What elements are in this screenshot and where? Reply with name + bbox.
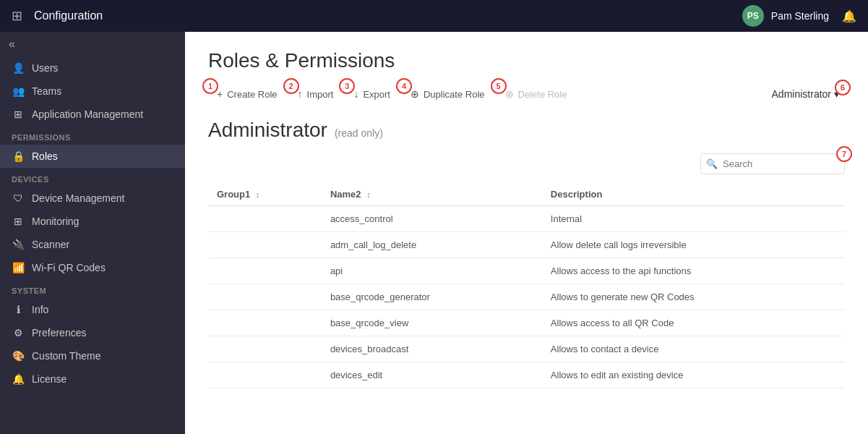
sidebar-item-teams[interactable]: 👥 Teams [0,80,185,103]
cell-description: Allows to contact a device [542,336,845,362]
cell-description: Allows access to the api functions [542,258,845,284]
sidebar: « 👤 Users 👥 Teams ⊞ Application Manageme… [0,32,185,434]
sort-icon-name2: ↕ [366,190,371,199]
scanner-icon: 🔌 [12,239,25,250]
sidebar-item-app-management[interactable]: ⊞ Application Management [0,103,185,126]
table-row: apiAllows access to the api functions [208,258,845,284]
delete-role-button[interactable]: 5 ⊗ Delete Role [497,84,576,104]
cell-description: Allow delete call logs irreversible [542,232,845,258]
sidebar-item-label: Device Management [32,192,124,204]
role-header: Administrator (read only) [208,119,845,142]
search-input[interactable] [700,153,845,174]
layout: « 👤 Users 👥 Teams ⊞ Application Manageme… [0,32,868,434]
roles-icon: 🔒 [12,150,25,162]
sidebar-item-license[interactable]: 🔔 License [0,367,185,391]
sidebar-item-label: Monitoring [32,216,79,227]
col-group1[interactable]: Group1 ↕ [208,183,322,206]
sidebar-item-monitoring[interactable]: ⊞ Monitoring [0,210,185,233]
sidebar-item-wifi-qr[interactable]: 📶 Wi-Fi QR Codes [0,256,185,279]
sidebar-item-info[interactable]: ℹ Info [0,298,185,321]
license-icon: 🔔 [12,373,25,385]
create-role-label: Create Role [227,89,277,100]
section-system-label: SYSTEM [0,279,185,298]
step-badge-1: 1 [202,78,218,94]
user-area: PS Pam Sterling 🔔 [742,5,856,27]
cell-description: Internal [542,206,845,232]
step-badge-5: 5 [491,78,507,94]
export-button[interactable]: 3 ↓ Export [345,84,399,104]
import-button[interactable]: 2 ↑ Import [289,84,343,104]
main-content: Roles & Permissions 1 + Create Role 2 ↑ … [185,32,868,434]
role-name: Administrator [208,119,327,142]
teams-icon: 👥 [12,85,25,97]
cell-name2: access_control [322,206,542,232]
permissions-table: Group1 ↕ Name2 ↕ Description access_cont… [208,183,845,388]
cell-description: Allows access to all QR Code [542,310,845,336]
sidebar-item-label: Scanner [32,239,69,250]
delete-role-icon: ⊗ [505,88,514,100]
export-icon: ↓ [353,88,358,100]
users-icon: 👤 [12,62,25,74]
sidebar-item-label: Preferences [32,327,86,339]
step-badge-4: 4 [396,78,412,94]
role-selector-value: Administrator [772,88,831,100]
create-role-icon: + [217,88,223,100]
sidebar-item-label: Users [32,62,59,74]
custom-theme-icon: 🎨 [12,350,25,362]
readonly-tag: (read only) [335,127,383,139]
cell-group1 [208,362,322,388]
import-label: Import [307,89,334,100]
toolbar: 1 + Create Role 2 ↑ Import 3 ↓ Export 4 … [208,84,845,104]
sidebar-item-device-management[interactable]: 🛡 Device Management [0,187,185,210]
cell-group1 [208,310,322,336]
search-icon: 🔍 [706,158,718,169]
cell-group1 [208,336,322,362]
monitoring-icon: ⊞ [12,216,25,227]
avatar[interactable]: PS [742,5,764,27]
cell-group1 [208,284,322,310]
create-role-button[interactable]: 1 + Create Role [208,84,286,104]
sidebar-item-custom-theme[interactable]: 🎨 Custom Theme [0,344,185,367]
search-row: 🔍 7 [208,153,845,174]
info-icon: ℹ [12,304,25,315]
cell-name2: devices_edit [322,362,542,388]
sidebar-item-scanner[interactable]: 🔌 Scanner [0,233,185,256]
duplicate-role-label: Duplicate Role [424,89,485,100]
cell-name2: devices_broadcast [322,336,542,362]
table-row: base_qrcode_generatorAllows to generate … [208,284,845,310]
cell-name2: adm_call_log_delete [322,232,542,258]
col-description: Description [542,183,845,206]
duplicate-role-button[interactable]: 4 ⊕ Duplicate Role [402,84,494,104]
duplicate-role-icon: ⊕ [411,88,419,100]
section-permissions-label: PERMISSIONS [0,126,185,145]
preferences-icon: ⚙ [12,327,25,339]
grid-icon[interactable]: ⊞ [12,8,22,24]
search-wrap: 🔍 7 [700,153,845,174]
username-label: Pam Sterling [771,10,829,22]
cell-name2: base_qrcode_generator [322,284,542,310]
sidebar-item-label: Roles [32,150,58,162]
col-name2[interactable]: Name2 ↕ [322,183,542,206]
step-badge-3: 3 [339,78,355,94]
notification-icon[interactable]: 🔔 [842,9,856,23]
role-selector[interactable]: 6 Administrator ▾ [766,85,845,103]
sidebar-item-users[interactable]: 👤 Users [0,56,185,80]
sidebar-item-label: Wi-Fi QR Codes [32,262,106,273]
topbar: ⊞ Configuration PS Pam Sterling 🔔 [0,0,868,32]
sidebar-item-roles[interactable]: 🔒 Roles [0,145,185,168]
sort-icon-group1: ↕ [256,190,260,199]
sidebar-item-label: Teams [32,85,61,97]
device-mgmt-icon: 🛡 [12,192,25,204]
sidebar-item-preferences[interactable]: ⚙ Preferences [0,321,185,344]
cell-group1 [208,232,322,258]
cell-description: Allows to generate new QR Codes [542,284,845,310]
app-title: Configuration [34,9,742,22]
sidebar-item-label: Info [32,304,48,315]
app-mgmt-icon: ⊞ [12,109,25,120]
step-badge-2: 2 [283,78,299,94]
table-row: devices_editAllows to edit an existing d… [208,362,845,388]
cell-group1 [208,206,322,232]
sidebar-collapse-button[interactable]: « [0,32,185,56]
step-badge-6: 6 [835,80,851,95]
section-devices-label: DEVICES [0,168,185,187]
